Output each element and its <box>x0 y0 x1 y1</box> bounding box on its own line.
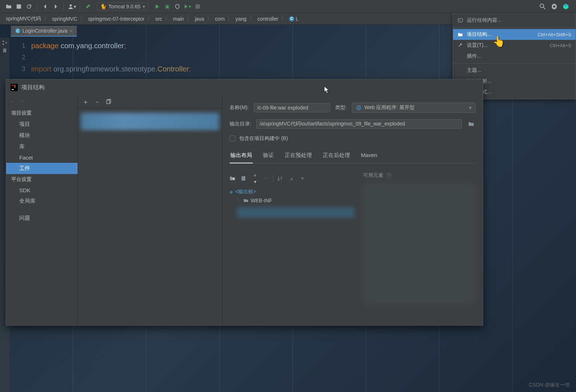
svg-point-1 <box>166 5 169 8</box>
svg-rect-12 <box>107 100 110 104</box>
breadcrumb-item[interactable]: controller <box>255 15 281 22</box>
down-icon[interactable]: ▼ <box>299 176 306 181</box>
bookmarks-icon[interactable] <box>2 48 8 54</box>
new-folder-icon[interactable] <box>230 176 237 181</box>
remove-icon[interactable]: － <box>262 175 270 182</box>
arrow-cursor-icon <box>324 86 331 94</box>
sidebar-item-modules[interactable]: 模块 <box>6 130 78 141</box>
type-select[interactable]: Web 应用程序: 展开型 ▾ <box>352 103 476 113</box>
expand-icon[interactable]: 〉 <box>237 197 241 204</box>
tab-preprocess[interactable]: 正在预处理 <box>284 150 313 163</box>
hammer-icon[interactable] <box>84 2 92 11</box>
name-input[interactable] <box>254 103 330 112</box>
breadcrumb-item[interactable]: springMVC代码 <box>4 15 43 23</box>
sort-icon[interactable] <box>277 176 284 181</box>
svg-rect-2 <box>196 4 200 9</box>
dialog-title: 项目结构 <box>21 84 45 91</box>
folder-icon <box>243 198 248 203</box>
refresh-icon[interactable] <box>25 2 33 11</box>
breadcrumb-item[interactable]: springMVC <box>50 15 79 22</box>
intellij-icon <box>11 84 18 91</box>
artifacts-list[interactable] <box>78 108 222 130</box>
dialog-sidebar: ← → 项目设置 项目 模块 库 Facet 工件 平台设置 SDK 全局库 问… <box>6 95 78 325</box>
tab-maven[interactable]: Maven <box>360 150 378 163</box>
menu-item-theme[interactable]: 主题... <box>453 65 576 76</box>
svg-rect-11 <box>15 85 15 88</box>
run-config-label: Tomcat 9.0.65 <box>108 4 140 9</box>
up-icon[interactable]: ▲ <box>288 176 295 181</box>
sidebar-item-sdk[interactable]: SDK <box>6 185 78 195</box>
ide-logo-icon[interactable] <box>561 2 570 11</box>
wrench-icon <box>457 42 463 48</box>
add-icon[interactable]: ＋ <box>82 98 89 106</box>
coverage-icon[interactable] <box>173 2 182 11</box>
svg-point-0 <box>70 4 72 7</box>
search-icon[interactable] <box>538 2 547 11</box>
forward-icon[interactable] <box>51 2 60 11</box>
include-build-checkbox[interactable] <box>230 136 235 141</box>
save-all-icon[interactable] <box>15 2 23 11</box>
open-icon[interactable] <box>4 2 13 11</box>
remove-icon[interactable]: － <box>94 98 100 106</box>
sidebar-item-problems[interactable]: 问题 <box>6 212 78 224</box>
run-icon[interactable] <box>153 2 161 11</box>
hand-cursor-icon: 👆 <box>493 36 505 48</box>
sidebar-item-project[interactable]: 项目 <box>6 119 78 130</box>
back-icon[interactable] <box>41 2 50 11</box>
menu-item-settings[interactable]: 设置(T)... Ctrl+Alt+S <box>453 40 576 51</box>
profile-icon[interactable]: ▾ <box>67 2 76 11</box>
run-with-icon[interactable]: ▾ <box>183 2 192 11</box>
tab-output-layout[interactable]: 输出布局 <box>230 150 253 164</box>
stop-icon[interactable] <box>193 2 202 11</box>
browse-folder-icon[interactable] <box>467 120 476 128</box>
tab-postprocess[interactable]: 正在后处理 <box>322 150 351 163</box>
output-tree[interactable]: ◈ <输出根> 〉 WEB-INF <box>230 187 354 218</box>
svg-rect-9 <box>12 85 14 86</box>
artifact-tabs: 输出布局 验证 正在预处理 正在后处理 Maven <box>230 150 476 164</box>
svg-rect-10 <box>12 89 14 90</box>
breadcrumb-item[interactable]: com <box>213 15 227 22</box>
sidebar-item-libraries[interactable]: 库 <box>6 141 78 152</box>
breadcrumb-item[interactable]: CL <box>287 15 301 22</box>
add-copy-icon[interactable]: ＋▾ <box>251 172 259 185</box>
type-value: Web 应用程序: 展开型 <box>365 104 415 111</box>
menu-item-project-structure[interactable]: 项目结构... Ctrl+Alt+Shift+S <box>453 29 576 40</box>
copy-icon[interactable] <box>106 99 111 105</box>
class-icon: C <box>289 16 294 21</box>
run-anything-icon <box>457 17 463 23</box>
run-config-selector[interactable]: 🐈 Tomcat 9.0.65 ▾ <box>97 3 148 11</box>
structure-icon[interactable] <box>2 40 8 46</box>
breadcrumb-item[interactable]: java <box>193 15 206 22</box>
main-toolbar: ▾ 🐈 Tomcat 9.0.65 ▾ ▾ <box>0 0 576 13</box>
svg-rect-4 <box>3 41 4 42</box>
nav-forward-icon[interactable]: → <box>19 98 24 104</box>
help-icon[interactable]: ? <box>386 173 391 178</box>
sidebar-section: 项目设置 <box>6 108 78 119</box>
svg-point-3 <box>540 4 544 8</box>
settings-gear-icon[interactable] <box>550 2 559 11</box>
breadcrumb-item[interactable]: main <box>171 15 186 22</box>
output-dir-input[interactable] <box>256 119 462 129</box>
available-elements-tree[interactable] <box>363 182 476 305</box>
type-label: 类型: <box>335 104 347 111</box>
menu-item-run-anything[interactable]: 运行任何内容... <box>453 15 576 26</box>
tree-root-label: <输出根> <box>235 189 256 195</box>
dialog-titlebar[interactable]: 项目结构 <box>6 79 483 95</box>
new-archive-icon[interactable] <box>240 176 248 181</box>
sidebar-item-artifacts[interactable]: 工件 <box>6 163 78 174</box>
list-item[interactable] <box>237 207 354 218</box>
sidebar-item-global-libs[interactable]: 全局库 <box>6 195 78 207</box>
svg-rect-6 <box>5 42 7 44</box>
list-item[interactable] <box>81 113 219 130</box>
svg-rect-5 <box>3 44 4 45</box>
chevron-down-icon: ▾ <box>469 105 472 111</box>
breadcrumb-item[interactable]: yang <box>233 15 248 22</box>
breadcrumb-item[interactable]: springmvc-07-Interceptor <box>86 15 147 22</box>
sidebar-item-facet[interactable]: Facet <box>6 152 78 163</box>
sidebar-section: 平台设置 <box>6 174 78 185</box>
tab-validation[interactable]: 验证 <box>262 150 275 163</box>
breadcrumb-item[interactable]: src <box>153 15 164 22</box>
nav-back-icon[interactable]: ← <box>10 98 15 104</box>
debug-icon[interactable] <box>163 2 172 11</box>
menu-item-plugins[interactable]: 插件... <box>453 51 576 62</box>
